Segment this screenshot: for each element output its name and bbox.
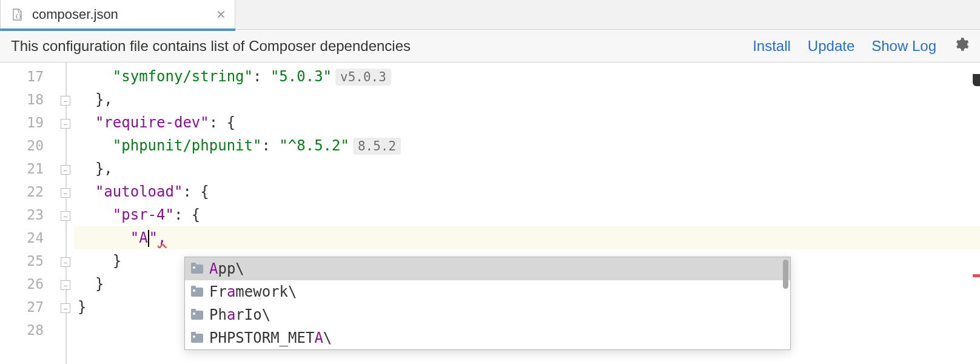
- line-number: 17: [0, 65, 44, 88]
- brace: : {: [209, 114, 235, 131]
- info-bar-message: This configuration file contains list of…: [11, 38, 753, 55]
- error-stripe-marker[interactable]: [973, 274, 980, 277]
- line-number: 26: [0, 272, 44, 295]
- autocomplete-item[interactable]: Framework\: [185, 280, 790, 303]
- tab-title: composer.json: [32, 7, 209, 22]
- json-key: "autoload": [95, 183, 183, 200]
- json-key: "phpunit/phpunit": [113, 137, 262, 154]
- code-line[interactable]: "require-dev": {: [74, 111, 980, 134]
- code-area[interactable]: "symfony/string": "5.0.3"v5.0.3 }, "requ…: [74, 62, 980, 364]
- line-number: 24: [0, 226, 44, 249]
- brace: : {: [183, 183, 209, 200]
- composer-info-bar: This configuration file contains list of…: [0, 30, 980, 62]
- line-number: 18: [0, 88, 44, 111]
- fold-toggle-icon[interactable]: –: [61, 257, 70, 267]
- json-key-partial: "A: [130, 229, 148, 246]
- version-badge: 8.5.2: [353, 138, 401, 155]
- error-squiggle: ,: [158, 229, 166, 246]
- brace: },: [95, 160, 113, 177]
- svg-text:{}: {}: [15, 13, 22, 19]
- editor[interactable]: 171819202122232425262728 – – – – – – – –…: [0, 62, 980, 364]
- scrollbar-thumb[interactable]: [783, 260, 788, 289]
- fold-toggle-icon[interactable]: –: [61, 280, 70, 290]
- json-key: "symfony/string": [113, 68, 253, 85]
- line-number: 19: [0, 111, 44, 134]
- autocomplete-item[interactable]: App\: [185, 257, 790, 280]
- fold-toggle-icon[interactable]: –: [61, 165, 70, 175]
- show-log-link[interactable]: Show Log: [871, 38, 936, 55]
- json-file-icon: {}: [9, 7, 25, 22]
- code-line[interactable]: },: [74, 88, 980, 111]
- fold-column: – – – – – – – –: [49, 62, 74, 364]
- autocomplete-popup[interactable]: App\Framework\PharIo\PHPSTORM_META\: [184, 257, 791, 350]
- autocomplete-item[interactable]: PharIo\: [185, 303, 790, 326]
- line-number: 27: [0, 295, 44, 318]
- folder-icon: [191, 288, 203, 297]
- autocomplete-label: PHPSTORM_META\: [209, 329, 332, 346]
- line-number: 25: [0, 249, 44, 272]
- fold-toggle-icon[interactable]: –: [61, 188, 70, 198]
- active-tab-underline: [0, 29, 235, 31]
- line-number: 23: [0, 203, 44, 226]
- brace: : {: [174, 206, 200, 223]
- code-line-active[interactable]: "A",: [74, 226, 980, 249]
- folder-icon: [191, 265, 203, 274]
- autocomplete-label: Framework\: [209, 283, 297, 300]
- quote: ": [149, 229, 158, 246]
- install-link[interactable]: Install: [753, 38, 791, 55]
- fold-toggle-icon[interactable]: –: [61, 119, 70, 129]
- autocomplete-label: PharIo\: [209, 306, 270, 323]
- editor-tab-composer-json[interactable]: {} composer.json ✕: [0, 0, 235, 29]
- fold-toggle-icon[interactable]: –: [61, 303, 70, 313]
- json-value: "^8.5.2": [279, 137, 349, 154]
- inspection-marker-icon[interactable]: [973, 74, 980, 86]
- json-value: "5.0.3": [270, 68, 332, 85]
- update-link[interactable]: Update: [808, 38, 854, 55]
- colon: :: [253, 68, 270, 85]
- gear-icon[interactable]: [953, 36, 969, 56]
- brace: }: [113, 252, 121, 269]
- line-number: 22: [0, 180, 44, 203]
- line-number: 28: [0, 318, 44, 342]
- brace: }: [95, 275, 104, 292]
- tab-bar: {} composer.json ✕: [0, 0, 980, 30]
- fold-toggle-icon[interactable]: –: [61, 96, 70, 106]
- autocomplete-item[interactable]: PHPSTORM_META\: [185, 326, 790, 349]
- code-line[interactable]: "phpunit/phpunit": "^8.5.2"8.5.2: [74, 134, 980, 157]
- brace: }: [78, 298, 86, 315]
- colon: :: [261, 137, 279, 154]
- code-line[interactable]: },: [74, 157, 980, 180]
- autocomplete-label: App\: [209, 260, 244, 277]
- brace: },: [95, 91, 113, 108]
- line-number-gutter: 171819202122232425262728: [0, 62, 49, 364]
- code-line[interactable]: "autoload": {: [74, 180, 980, 203]
- json-key: "psr-4": [113, 206, 174, 223]
- folder-icon: [191, 311, 203, 320]
- folder-icon: [191, 334, 203, 343]
- code-line[interactable]: "symfony/string": "5.0.3"v5.0.3: [74, 65, 980, 88]
- version-badge: v5.0.3: [335, 69, 391, 86]
- line-number: 20: [0, 134, 44, 157]
- close-icon[interactable]: ✕: [216, 8, 226, 21]
- json-key: "require-dev": [95, 114, 209, 131]
- line-number: 21: [0, 157, 44, 180]
- fold-toggle-icon[interactable]: –: [61, 211, 70, 221]
- code-line[interactable]: "psr-4": {: [74, 203, 980, 226]
